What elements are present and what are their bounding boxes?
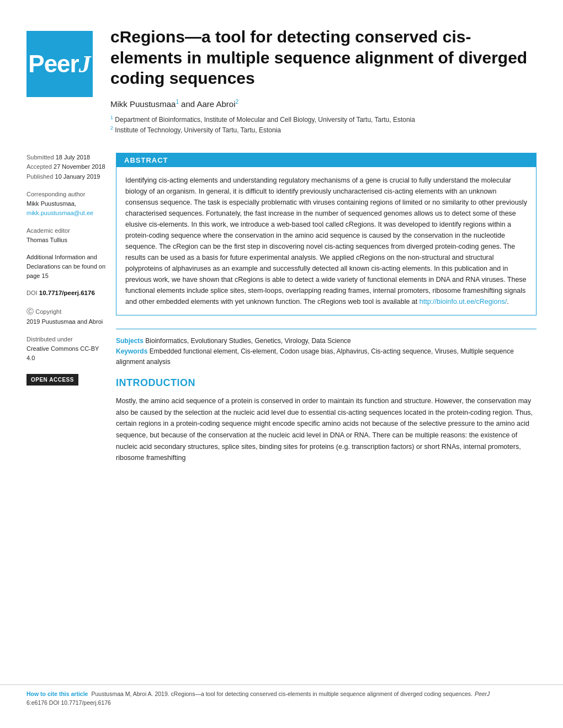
footer-how-text: Puustusmaa M, Abroi A. 2019. cRegions—a … <box>91 690 472 697</box>
aff1-sup: 1 <box>110 115 113 120</box>
authors-line: Mikk Puustusmaa1 and Aare Abroi2 <box>110 99 537 109</box>
footer-how-label: How to cite this article <box>26 690 88 697</box>
academic-label: Academic editor <box>26 226 106 235</box>
logo-peer: Peer <box>28 50 78 78</box>
sidebar-dates: Submitted 18 July 2018 Accepted 27 Novem… <box>26 153 106 182</box>
abstract-box: ABSTRACT Identifying cis-acting elements… <box>116 153 537 315</box>
affiliations: 1 Department of Bioinformatics, Institut… <box>110 114 537 135</box>
aff2-sup: 2 <box>110 125 113 131</box>
corresponding-email[interactable]: mikk.puustusmaa@ut.ee <box>26 210 93 216</box>
doi-value: 10.7717/peerj.6176 <box>39 290 95 296</box>
footer-doi: 6:e6176 DOI 10.7717/peerj.6176 <box>26 699 111 706</box>
published-value: 10 January 2019 <box>55 173 100 180</box>
abstract-link[interactable]: http://bioinfo.ut.ee/cRegions/ <box>419 298 507 306</box>
sidebar: Submitted 18 July 2018 Accepted 27 Novem… <box>0 153 116 663</box>
top-section: PeerJ cRegions—a tool for detecting cons… <box>0 26 563 135</box>
published-label: Published <box>26 173 53 180</box>
sidebar-corresponding: Corresponding author Mikk Puustusmaa, mi… <box>26 190 106 218</box>
academic-value: Thomas Tullius <box>26 235 106 245</box>
author2-sup: 2 <box>236 99 239 105</box>
aff1-text: Department of Bioinformatics, Institute … <box>115 116 415 124</box>
footer-journal: PeerJ <box>475 690 490 697</box>
abstract-body: Identifying cis-acting elements and unde… <box>116 167 536 315</box>
corresponding-name: Mikk Puustusmaa, <box>26 199 106 208</box>
paper-title: cRegions—a tool for detecting conserved … <box>110 26 537 89</box>
submitted-value: 18 July 2018 <box>56 154 90 160</box>
sidebar-open-access: OPEN ACCESS <box>26 371 106 386</box>
distributed-label: Distributed under <box>26 335 106 344</box>
sidebar-copyright: Ⓒ Copyright 2019 Puustusmaa and Abroi <box>26 306 106 327</box>
accepted-value: 27 November 2018 <box>54 163 105 170</box>
author1-name: Mikk Puustusmaa <box>110 99 176 109</box>
additional-text: Additional Information and Declarations … <box>26 253 106 281</box>
logo-j: J <box>79 50 91 78</box>
footer-bar: How to cite this article Puustusmaa M, A… <box>0 684 563 706</box>
logo-box: PeerJ <box>26 31 93 97</box>
subjects-row: Subjects Bioinformatics, Evolutionary St… <box>116 336 537 346</box>
sidebar-doi: DOI 10.7717/peerj.6176 <box>26 288 106 298</box>
distributed-value: Creative Commons CC-BY 4.0 <box>26 344 106 363</box>
cc-icon: Ⓒ <box>26 307 34 315</box>
sidebar-additional: Additional Information and Declarations … <box>26 253 106 281</box>
copyright-label2: Copyright <box>35 308 61 315</box>
submitted-label: Submitted <box>26 154 54 160</box>
keywords-row: Keywords Embedded functional element, Ci… <box>116 346 537 367</box>
subjects-label: Subjects <box>116 337 144 345</box>
sidebar-academic: Academic editor Thomas Tullius <box>26 226 106 245</box>
aff2-text: Institute of Technology, University of T… <box>115 126 281 134</box>
keywords-value2: Embedded functional element, Cis-element… <box>116 347 514 366</box>
keywords-label: Keywords <box>116 347 147 355</box>
page: PeerJ cRegions—a tool for detecting cons… <box>0 0 563 728</box>
intro-header: INTRODUCTION <box>116 377 537 389</box>
copyright-value: 2019 Puustusmaa and Abroi <box>26 318 103 325</box>
subjects-keywords: Subjects Bioinformatics, Evolutionary St… <box>116 336 537 368</box>
title-block: cRegions—a tool for detecting conserved … <box>110 26 537 135</box>
subjects-value2: Bioinformatics, Evolutionary Studies, Ge… <box>145 337 350 345</box>
open-access-badge: OPEN ACCESS <box>26 374 78 386</box>
author-and: and Aare Abroi <box>179 99 236 109</box>
abstract-text: Identifying cis-acting elements and unde… <box>125 176 527 306</box>
content-area: Submitted 18 July 2018 Accepted 27 Novem… <box>0 153 563 663</box>
main-content: ABSTRACT Identifying cis-acting elements… <box>116 153 563 663</box>
affiliation-2: 2 Institute of Technology, University of… <box>110 125 537 135</box>
affiliation-1: 1 Department of Bioinformatics, Institut… <box>110 114 537 125</box>
accepted-label: Accepted <box>26 163 52 170</box>
corresponding-label: Corresponding author <box>26 190 106 199</box>
divider <box>116 329 537 329</box>
abstract-header: ABSTRACT <box>116 153 536 167</box>
abstract-end: . <box>507 298 508 306</box>
sidebar-distributed: Distributed under Creative Commons CC-BY… <box>26 335 106 363</box>
intro-text: Mostly, the amino acid sequence of a pro… <box>116 395 537 464</box>
doi-label: DOI <box>26 290 38 296</box>
